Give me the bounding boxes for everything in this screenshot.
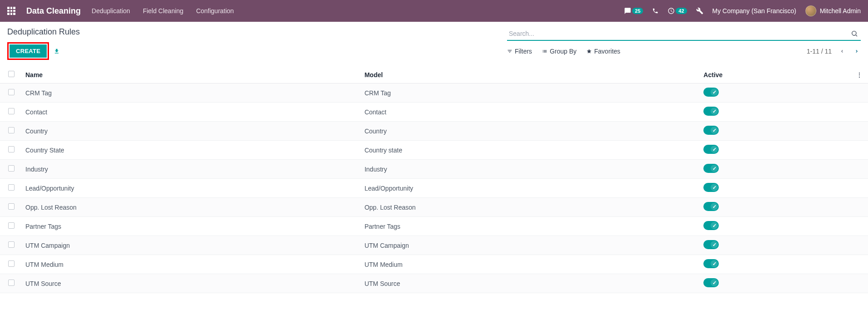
messages-icon[interactable]: 25 bbox=[624, 7, 643, 15]
activities-icon[interactable]: 42 bbox=[668, 7, 687, 15]
nav-field-cleaning[interactable]: Field Cleaning bbox=[143, 7, 184, 15]
active-toggle[interactable] bbox=[703, 126, 719, 135]
table-row[interactable]: Lead/OpportunityLead/Opportunity bbox=[0, 179, 868, 198]
row-checkbox[interactable] bbox=[8, 108, 15, 114]
table-row[interactable]: UTM CampaignUTM Campaign bbox=[0, 236, 868, 255]
table-row[interactable]: Partner TagsPartner Tags bbox=[0, 217, 868, 236]
topbar: Data Cleaning Deduplication Field Cleani… bbox=[0, 0, 868, 22]
row-checkbox[interactable] bbox=[8, 222, 15, 229]
table-row[interactable]: UTM SourceUTM Source bbox=[0, 274, 868, 293]
svg-line-1 bbox=[856, 35, 857, 36]
cell-name: Opp. Lost Reason bbox=[20, 198, 359, 217]
filters-label: Filters bbox=[515, 48, 532, 55]
user-name: Mitchell Admin bbox=[820, 7, 861, 15]
active-toggle[interactable] bbox=[703, 145, 719, 154]
row-checkbox[interactable] bbox=[8, 280, 15, 286]
col-active[interactable]: Active bbox=[698, 66, 851, 83]
chevron-left-icon bbox=[840, 48, 844, 54]
active-toggle[interactable] bbox=[703, 240, 719, 249]
cell-model: Country state bbox=[359, 141, 698, 160]
cp-left: Deduplication Rules CREATE bbox=[7, 27, 80, 60]
table-row[interactable]: CountryCountry bbox=[0, 122, 868, 141]
col-model[interactable]: Model bbox=[359, 66, 698, 83]
row-checkbox[interactable] bbox=[8, 203, 15, 210]
cell-name: UTM Medium bbox=[20, 255, 359, 274]
cell-model: Partner Tags bbox=[359, 217, 698, 236]
active-toggle[interactable] bbox=[703, 259, 719, 268]
active-toggle[interactable] bbox=[703, 107, 719, 116]
avatar bbox=[805, 5, 816, 16]
rules-table: Name Model Active ⋮ CRM TagCRM TagContac… bbox=[0, 66, 868, 293]
col-name[interactable]: Name bbox=[20, 66, 359, 83]
search-wrap bbox=[507, 27, 861, 41]
debug-icon[interactable] bbox=[696, 7, 703, 15]
cell-model: Country bbox=[359, 122, 698, 141]
row-checkbox[interactable] bbox=[8, 260, 15, 267]
row-checkbox[interactable] bbox=[8, 241, 15, 248]
page-title: Deduplication Rules bbox=[7, 27, 80, 37]
groupby-label: Group By bbox=[550, 48, 576, 55]
create-button[interactable]: CREATE bbox=[10, 44, 47, 58]
user-menu[interactable]: Mitchell Admin bbox=[805, 5, 861, 16]
table-row[interactable]: Opp. Lost ReasonOpp. Lost Reason bbox=[0, 198, 868, 217]
table-row[interactable]: Country StateCountry state bbox=[0, 141, 868, 160]
list-icon bbox=[542, 49, 547, 54]
table-row[interactable]: CRM TagCRM Tag bbox=[0, 83, 868, 103]
cell-model: CRM Tag bbox=[359, 83, 698, 103]
cell-name: Industry bbox=[20, 160, 359, 179]
nav-configuration[interactable]: Configuration bbox=[196, 7, 234, 15]
filters-button[interactable]: Filters bbox=[507, 48, 532, 55]
col-options[interactable]: ⋮ bbox=[851, 66, 868, 83]
row-checkbox[interactable] bbox=[8, 165, 15, 172]
search-icon[interactable] bbox=[851, 30, 858, 37]
table-row[interactable]: ContactContact bbox=[0, 103, 868, 122]
active-toggle[interactable] bbox=[703, 164, 719, 173]
control-panel: Deduplication Rules CREATE Filters bbox=[0, 22, 868, 64]
favorites-button[interactable]: Favorites bbox=[586, 48, 620, 55]
cp-right: Filters Group By Favorites 1-11 / 11 bbox=[507, 27, 861, 56]
select-all-checkbox[interactable] bbox=[8, 71, 15, 77]
row-checkbox[interactable] bbox=[8, 127, 15, 133]
pager-prev[interactable] bbox=[838, 46, 846, 56]
row-checkbox[interactable] bbox=[8, 89, 15, 95]
table-row[interactable]: UTM MediumUTM Medium bbox=[0, 255, 868, 274]
active-toggle[interactable] bbox=[703, 278, 719, 287]
active-toggle[interactable] bbox=[703, 183, 719, 192]
app-brand[interactable]: Data Cleaning bbox=[26, 6, 81, 16]
nav-links: Deduplication Field Cleaning Configurati… bbox=[92, 7, 234, 15]
export-icon[interactable] bbox=[54, 48, 60, 54]
cp-actions: CREATE bbox=[7, 42, 80, 60]
cell-name: Country State bbox=[20, 141, 359, 160]
cell-model: UTM Source bbox=[359, 274, 698, 293]
row-checkbox[interactable] bbox=[8, 146, 15, 152]
activities-badge: 42 bbox=[676, 8, 687, 14]
cell-model: UTM Medium bbox=[359, 255, 698, 274]
svg-point-0 bbox=[852, 31, 856, 35]
cp-bottom: Filters Group By Favorites 1-11 / 11 bbox=[507, 46, 861, 56]
cell-model: Industry bbox=[359, 160, 698, 179]
cell-name: Contact bbox=[20, 103, 359, 122]
star-icon bbox=[586, 49, 592, 54]
row-checkbox[interactable] bbox=[8, 184, 15, 191]
search-input[interactable] bbox=[507, 27, 861, 40]
table-wrap: Name Model Active ⋮ CRM TagCRM TagContac… bbox=[0, 66, 868, 293]
active-toggle[interactable] bbox=[703, 88, 719, 97]
create-highlight: CREATE bbox=[7, 42, 49, 60]
pager-range: 1-11 / 11 bbox=[807, 48, 832, 55]
company-selector[interactable]: My Company (San Francisco) bbox=[712, 7, 796, 15]
groupby-button[interactable]: Group By bbox=[542, 48, 576, 55]
nav-deduplication[interactable]: Deduplication bbox=[92, 7, 130, 15]
favorites-label: Favorites bbox=[594, 48, 620, 55]
phone-icon[interactable] bbox=[652, 8, 658, 14]
cell-name: CRM Tag bbox=[20, 83, 359, 103]
active-toggle[interactable] bbox=[703, 221, 719, 230]
filter-group: Filters Group By Favorites bbox=[507, 48, 620, 55]
apps-icon[interactable] bbox=[7, 7, 15, 15]
active-toggle[interactable] bbox=[703, 202, 719, 211]
table-row[interactable]: IndustryIndustry bbox=[0, 160, 868, 179]
pager-next[interactable] bbox=[853, 46, 861, 56]
cell-name: Lead/Opportunity bbox=[20, 179, 359, 198]
cell-name: Partner Tags bbox=[20, 217, 359, 236]
chevron-right-icon bbox=[854, 48, 859, 54]
cell-model: Contact bbox=[359, 103, 698, 122]
